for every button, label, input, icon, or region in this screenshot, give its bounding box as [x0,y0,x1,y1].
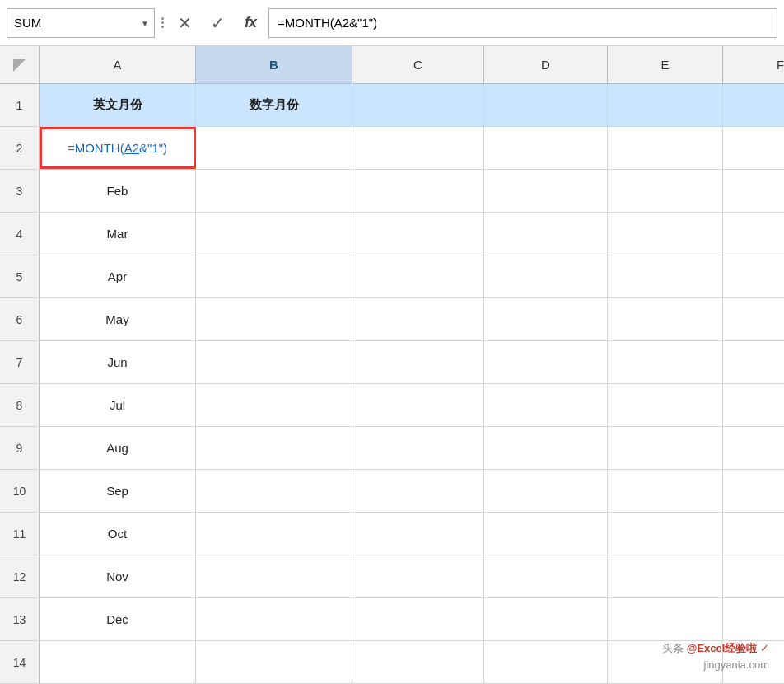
select-all-icon[interactable] [13,59,26,72]
cell-1-D[interactable] [484,84,608,126]
row-number: 10 [0,470,40,512]
cell-6-B[interactable] [196,298,352,340]
cell-5-D[interactable] [484,255,608,297]
col-header-F[interactable]: F [723,46,784,83]
cell-12-C[interactable] [352,555,484,597]
cell-1-B[interactable]: 数字月份 [196,84,352,126]
col-header-C[interactable]: C [352,46,484,83]
cell-11-A[interactable]: Oct [40,513,196,555]
cell-14-C[interactable] [352,641,484,683]
cell-10-A[interactable]: Sep [40,470,196,512]
cell-6-E[interactable] [608,298,723,340]
cell-12-B[interactable] [196,555,352,597]
cancel-formula-button[interactable]: ✕ [170,8,199,38]
cell-8-F[interactable] [723,384,784,426]
cell-9-A[interactable]: Aug [40,427,196,469]
cell-8-A[interactable]: Jul [40,384,196,426]
col-header-E[interactable]: E [608,46,723,83]
cell-9-D[interactable] [484,427,608,469]
cell-3-F[interactable] [723,170,784,212]
cell-5-A[interactable]: Apr [40,255,196,297]
cell-9-E[interactable] [608,427,723,469]
cell-1-E[interactable] [608,84,723,126]
cell-2-B[interactable] [196,127,352,169]
cell-10-E[interactable] [608,470,723,512]
cell-2-F[interactable] [723,127,784,169]
cell-2-D[interactable] [484,127,608,169]
cell-2-A[interactable]: =MONTH(A2&"1") [40,127,196,169]
cell-7-F[interactable] [723,341,784,383]
cell-11-F[interactable] [723,513,784,555]
cell-3-C[interactable] [352,170,484,212]
cell-13-F[interactable] [723,598,784,640]
cell-12-A[interactable]: Nov [40,555,196,597]
cell-14-D[interactable] [484,641,608,683]
cell-7-A[interactable]: Jun [40,341,196,383]
insert-function-button[interactable]: fx [236,8,265,38]
cell-14-B[interactable] [196,641,352,683]
cell-7-E[interactable] [608,341,723,383]
col-header-A[interactable]: A [40,46,196,83]
cell-2-C[interactable] [352,127,484,169]
cell-6-C[interactable] [352,298,484,340]
cell-7-C[interactable] [352,341,484,383]
cell-3-B[interactable] [196,170,352,212]
cell-5-E[interactable] [608,255,723,297]
cell-9-C[interactable] [352,427,484,469]
cell-5-F[interactable] [723,255,784,297]
cell-11-D[interactable] [484,513,608,555]
cell-10-C[interactable] [352,470,484,512]
cell-13-D[interactable] [484,598,608,640]
cell-8-B[interactable] [196,384,352,426]
cell-8-D[interactable] [484,384,608,426]
name-box-dropdown-icon[interactable]: ▼ [141,18,149,27]
cell-5-B[interactable] [196,255,352,297]
cell-9-F[interactable] [723,427,784,469]
cell-7-B[interactable] [196,341,352,383]
cell-3-D[interactable] [484,170,608,212]
cell-4-D[interactable] [484,213,608,255]
cell-11-E[interactable] [608,513,723,555]
spreadsheet: A B C D E F 1英文月份数字月份2=MONTH(A2&"1")3Feb… [0,46,784,684]
cell-12-D[interactable] [484,555,608,597]
cell-10-D[interactable] [484,470,608,512]
formula-input[interactable] [268,8,777,38]
cell-3-E[interactable] [608,170,723,212]
cell-1-F[interactable] [723,84,784,126]
cell-3-A[interactable]: Feb [40,170,196,212]
cell-6-D[interactable] [484,298,608,340]
cell-4-C[interactable] [352,213,484,255]
cell-13-B[interactable] [196,598,352,640]
cell-4-F[interactable] [723,213,784,255]
cell-4-E[interactable] [608,213,723,255]
cell-2-E[interactable] [608,127,723,169]
cell-9-B[interactable] [196,427,352,469]
cell-12-E[interactable] [608,555,723,597]
cell-6-F[interactable] [723,298,784,340]
row-number: 9 [0,427,40,469]
table-row: 6May [0,298,784,341]
cell-8-C[interactable] [352,384,484,426]
col-header-B[interactable]: B [196,46,352,83]
cell-12-F[interactable] [723,555,784,597]
confirm-formula-button[interactable]: ✓ [203,8,232,38]
name-box[interactable]: SUM ▼ [7,8,155,38]
col-header-D[interactable]: D [484,46,608,83]
cell-8-E[interactable] [608,384,723,426]
cell-11-B[interactable] [196,513,352,555]
cell-6-A[interactable]: May [40,298,196,340]
cell-4-A[interactable]: Mar [40,213,196,255]
cell-13-C[interactable] [352,598,484,640]
cell-14-A[interactable] [40,641,196,683]
cell-13-A[interactable]: Dec [40,598,196,640]
cell-1-C[interactable] [352,84,484,126]
cell-5-C[interactable] [352,255,484,297]
row-number: 8 [0,384,40,426]
cell-7-D[interactable] [484,341,608,383]
cell-10-B[interactable] [196,470,352,512]
cell-4-B[interactable] [196,213,352,255]
cell-1-A[interactable]: 英文月份 [40,84,196,126]
cell-10-F[interactable] [723,470,784,512]
cell-11-C[interactable] [352,513,484,555]
cell-13-E[interactable] [608,598,723,640]
